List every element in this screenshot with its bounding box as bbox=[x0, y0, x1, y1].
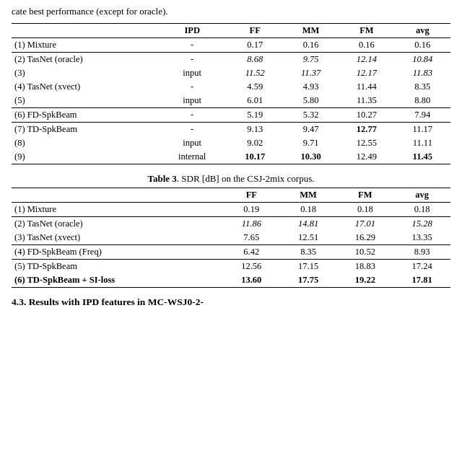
table1-wrapper: IPD FF MM FM avg (1) Mixture - 0.17 0.16… bbox=[12, 23, 450, 164]
cell-mm: 4.93 bbox=[283, 80, 339, 94]
row-label: (9) bbox=[12, 150, 157, 164]
cell-mm: 9.71 bbox=[283, 136, 339, 150]
table-row: (4) FD-SpkBeam (Freq) 6.42 8.35 10.52 8.… bbox=[12, 245, 450, 260]
table-row: (5) TD-SpkBeam 12.56 17.15 18.83 17.24 bbox=[12, 260, 450, 274]
cell-avg: 0.16 bbox=[395, 38, 450, 53]
cell-avg: 11.45 bbox=[395, 150, 450, 164]
cell-ff: 0.19 bbox=[223, 203, 280, 217]
cell-ff: 10.17 bbox=[227, 150, 283, 164]
cell-avg: 8.80 bbox=[395, 94, 450, 108]
cell-ipd: - bbox=[157, 123, 227, 137]
cell-fm: 0.16 bbox=[339, 38, 394, 53]
table-row: (1) Mixture - 0.17 0.16 0.16 0.16 bbox=[12, 38, 450, 53]
row-label: (4) TasNet (xvect) bbox=[12, 80, 157, 94]
table2-caption-bold: Table 3 bbox=[147, 173, 176, 184]
row-label: (3) bbox=[12, 66, 157, 80]
col-header-ff: FF bbox=[223, 188, 280, 203]
cell-mm: 14.81 bbox=[280, 217, 337, 232]
table-row: (7) TD-SpkBeam - 9.13 9.47 12.77 11.17 bbox=[12, 123, 450, 137]
cell-fm: 17.01 bbox=[336, 217, 393, 232]
cell-ff: 9.13 bbox=[227, 123, 283, 137]
cell-avg: 8.35 bbox=[395, 80, 450, 94]
table-row: (3) TasNet (xvect) 7.65 12.51 16.29 13.3… bbox=[12, 231, 450, 245]
cell-fm: 12.55 bbox=[339, 136, 394, 150]
col-header-avg: avg bbox=[393, 188, 450, 203]
cell-avg: 7.94 bbox=[395, 108, 450, 123]
cell-fm: 18.83 bbox=[336, 260, 393, 274]
cell-avg: 17.24 bbox=[393, 260, 450, 274]
cell-ff: 11.52 bbox=[227, 66, 283, 80]
row-label: (4) FD-SpkBeam (Freq) bbox=[12, 245, 223, 260]
cell-mm: 17.15 bbox=[280, 260, 337, 274]
col-header-mm: MM bbox=[280, 188, 337, 203]
cell-mm: 12.51 bbox=[280, 231, 337, 245]
cell-mm: 17.75 bbox=[280, 273, 337, 288]
cell-ff: 12.56 bbox=[223, 260, 280, 274]
col-header-ipd: IPD bbox=[157, 24, 227, 38]
section-heading: 4.3. Results with IPD features in MC-WSJ… bbox=[12, 296, 450, 308]
table-row: (2) TasNet (oracle) - 8.68 9.75 12.14 10… bbox=[12, 53, 450, 67]
cell-mm: 11.37 bbox=[283, 66, 339, 80]
cell-avg: 10.84 bbox=[395, 53, 450, 67]
row-label: (3) TasNet (xvect) bbox=[12, 231, 223, 245]
cell-avg: 8.93 bbox=[393, 245, 450, 260]
cell-fm: 11.35 bbox=[339, 94, 394, 108]
cell-fm: 12.14 bbox=[339, 53, 394, 67]
cell-mm: 9.47 bbox=[283, 123, 339, 137]
cell-ff: 5.19 bbox=[227, 108, 283, 123]
cell-ff: 6.01 bbox=[227, 94, 283, 108]
col-header-mm: MM bbox=[283, 24, 339, 38]
cell-avg: 11.17 bbox=[395, 123, 450, 137]
table-row: (2) TasNet (oracle) 11.86 14.81 17.01 15… bbox=[12, 217, 450, 232]
row-label: (1) Mixture bbox=[12, 203, 223, 217]
col-header-avg: avg bbox=[395, 24, 450, 38]
cell-fm: 12.17 bbox=[339, 66, 394, 80]
cell-ff: 7.65 bbox=[223, 231, 280, 245]
cell-fm: 12.49 bbox=[339, 150, 394, 164]
cell-ff: 8.68 bbox=[227, 53, 283, 67]
cell-ipd: internal bbox=[157, 150, 227, 164]
cell-mm: 0.18 bbox=[280, 203, 337, 217]
cell-fm: 16.29 bbox=[336, 231, 393, 245]
row-label: (2) TasNet (oracle) bbox=[12, 217, 223, 232]
cell-fm: 10.27 bbox=[339, 108, 394, 123]
table-row: (8) input 9.02 9.71 12.55 11.11 bbox=[12, 136, 450, 150]
intro-text: cate best performance (except for oracle… bbox=[12, 6, 450, 17]
cell-ff: 9.02 bbox=[227, 136, 283, 150]
row-label: (1) Mixture bbox=[12, 38, 157, 53]
row-label: (5) bbox=[12, 94, 157, 108]
col-header-fm: FM bbox=[336, 188, 393, 203]
cell-mm: 5.80 bbox=[283, 94, 339, 108]
cell-ipd: input bbox=[157, 94, 227, 108]
col-header-name bbox=[12, 24, 157, 38]
row-label: (2) TasNet (oracle) bbox=[12, 53, 157, 67]
row-label: (8) bbox=[12, 136, 157, 150]
col-header-ff: FF bbox=[227, 24, 283, 38]
table-row: (9) internal 10.17 10.30 12.49 11.45 bbox=[12, 150, 450, 164]
cell-ipd: input bbox=[157, 136, 227, 150]
cell-mm: 5.32 bbox=[283, 108, 339, 123]
table2-wrapper: Table 3. SDR [dB] on the CSJ-2mix corpus… bbox=[12, 173, 450, 288]
cell-avg: 17.81 bbox=[393, 273, 450, 288]
cell-ff: 6.42 bbox=[223, 245, 280, 260]
cell-mm: 8.35 bbox=[280, 245, 337, 260]
table1: IPD FF MM FM avg (1) Mixture - 0.17 0.16… bbox=[12, 23, 450, 164]
table2: FF MM FM avg (1) Mixture 0.19 0.18 0.18 … bbox=[12, 188, 450, 288]
cell-ipd: - bbox=[157, 38, 227, 53]
table2-caption: Table 3. SDR [dB] on the CSJ-2mix corpus… bbox=[12, 173, 450, 185]
row-label: (6) TD-SpkBeam + SI-loss bbox=[12, 273, 223, 288]
table2-caption-rest: . SDR [dB] on the CSJ-2mix corpus. bbox=[177, 173, 315, 184]
table-row: (6) FD-SpkBeam - 5.19 5.32 10.27 7.94 bbox=[12, 108, 450, 123]
table-row: (4) TasNet (xvect) - 4.59 4.93 11.44 8.3… bbox=[12, 80, 450, 94]
table-row: (3) input 11.52 11.37 12.17 11.83 bbox=[12, 66, 450, 80]
cell-fm: 12.77 bbox=[339, 123, 394, 137]
cell-ff: 4.59 bbox=[227, 80, 283, 94]
cell-ff: 11.86 bbox=[223, 217, 280, 232]
cell-ipd: - bbox=[157, 108, 227, 123]
row-label: (5) TD-SpkBeam bbox=[12, 260, 223, 274]
cell-fm: 0.18 bbox=[336, 203, 393, 217]
cell-avg: 11.11 bbox=[395, 136, 450, 150]
row-label: (7) TD-SpkBeam bbox=[12, 123, 157, 137]
row-label: (6) FD-SpkBeam bbox=[12, 108, 157, 123]
cell-ff: 13.60 bbox=[223, 273, 280, 288]
